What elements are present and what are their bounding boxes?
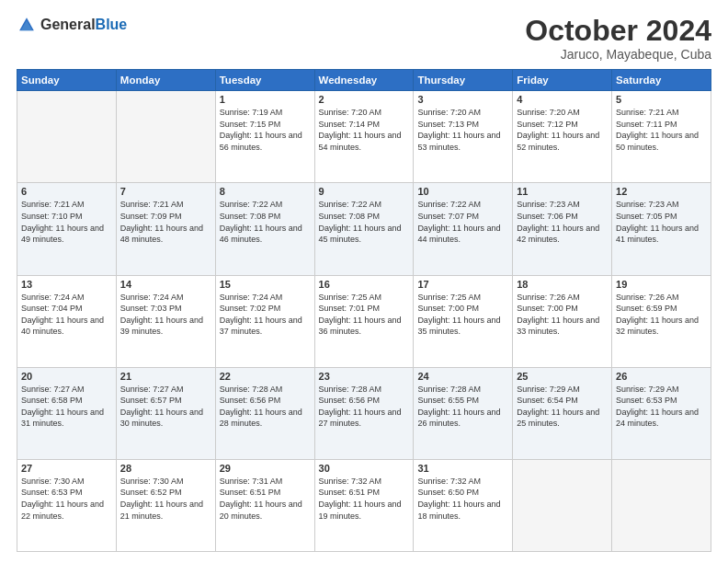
- day-info: Sunrise: 7:32 AM Sunset: 6:51 PM Dayligh…: [319, 476, 410, 522]
- calendar-week-row: 13Sunrise: 7:24 AM Sunset: 7:04 PM Dayli…: [17, 275, 711, 367]
- day-info: Sunrise: 7:21 AM Sunset: 7:10 PM Dayligh…: [21, 199, 112, 245]
- day-info: Sunrise: 7:21 AM Sunset: 7:11 PM Dayligh…: [616, 107, 707, 153]
- logo-general: General: [40, 17, 96, 32]
- header-tuesday: Tuesday: [215, 70, 314, 91]
- day-number: 22: [220, 371, 311, 382]
- calendar-week-row: 20Sunrise: 7:27 AM Sunset: 6:58 PM Dayli…: [17, 367, 711, 459]
- day-info: Sunrise: 7:26 AM Sunset: 6:59 PM Dayligh…: [616, 292, 707, 338]
- logo-text: GeneralBlue: [40, 17, 127, 33]
- day-number: 11: [517, 186, 608, 197]
- title-area: October 2024 Jaruco, Mayabeque, Cuba: [525, 15, 711, 62]
- month-title: October 2024: [525, 15, 711, 47]
- logo-blue: Blue: [96, 17, 128, 32]
- table-row: 29Sunrise: 7:31 AM Sunset: 6:51 PM Dayli…: [215, 459, 314, 551]
- table-row: [612, 459, 711, 551]
- table-row: 1Sunrise: 7:19 AM Sunset: 7:15 PM Daylig…: [215, 91, 314, 183]
- day-info: Sunrise: 7:22 AM Sunset: 7:07 PM Dayligh…: [417, 199, 508, 245]
- day-info: Sunrise: 7:31 AM Sunset: 6:51 PM Dayligh…: [220, 476, 311, 522]
- day-number: 16: [319, 279, 410, 290]
- table-row: [17, 91, 117, 183]
- table-row: 13Sunrise: 7:24 AM Sunset: 7:04 PM Dayli…: [17, 275, 117, 367]
- day-info: Sunrise: 7:32 AM Sunset: 6:50 PM Dayligh…: [417, 476, 508, 522]
- header-friday: Friday: [513, 70, 612, 91]
- day-number: 2: [319, 94, 410, 105]
- day-number: 15: [220, 279, 311, 290]
- table-row: 25Sunrise: 7:29 AM Sunset: 6:54 PM Dayli…: [513, 367, 612, 459]
- table-row: 6Sunrise: 7:21 AM Sunset: 7:10 PM Daylig…: [17, 183, 117, 275]
- day-number: 20: [21, 371, 112, 382]
- day-info: Sunrise: 7:28 AM Sunset: 6:56 PM Dayligh…: [319, 384, 410, 430]
- day-number: 18: [517, 279, 608, 290]
- day-info: Sunrise: 7:19 AM Sunset: 7:15 PM Dayligh…: [220, 107, 311, 153]
- day-number: 13: [21, 279, 112, 290]
- table-row: 11Sunrise: 7:23 AM Sunset: 7:06 PM Dayli…: [513, 183, 612, 275]
- day-info: Sunrise: 7:23 AM Sunset: 7:06 PM Dayligh…: [517, 199, 608, 245]
- day-info: Sunrise: 7:23 AM Sunset: 7:05 PM Dayligh…: [616, 199, 707, 245]
- table-row: 23Sunrise: 7:28 AM Sunset: 6:56 PM Dayli…: [314, 367, 414, 459]
- table-row: 10Sunrise: 7:22 AM Sunset: 7:07 PM Dayli…: [414, 183, 513, 275]
- table-row: 21Sunrise: 7:27 AM Sunset: 6:57 PM Dayli…: [116, 367, 215, 459]
- table-row: 18Sunrise: 7:26 AM Sunset: 7:00 PM Dayli…: [513, 275, 612, 367]
- day-info: Sunrise: 7:29 AM Sunset: 6:54 PM Dayligh…: [517, 384, 608, 430]
- day-number: 24: [417, 371, 508, 382]
- day-info: Sunrise: 7:20 AM Sunset: 7:12 PM Dayligh…: [517, 107, 608, 153]
- table-row: 8Sunrise: 7:22 AM Sunset: 7:08 PM Daylig…: [215, 183, 314, 275]
- day-number: 9: [319, 186, 410, 197]
- table-row: [116, 91, 215, 183]
- header-thursday: Thursday: [414, 70, 513, 91]
- table-row: 20Sunrise: 7:27 AM Sunset: 6:58 PM Dayli…: [17, 367, 117, 459]
- day-info: Sunrise: 7:27 AM Sunset: 6:57 PM Dayligh…: [120, 384, 211, 430]
- day-info: Sunrise: 7:28 AM Sunset: 6:56 PM Dayligh…: [220, 384, 311, 430]
- calendar-table: Sunday Monday Tuesday Wednesday Thursday…: [17, 69, 711, 552]
- day-info: Sunrise: 7:29 AM Sunset: 6:53 PM Dayligh…: [616, 384, 707, 430]
- day-number: 31: [417, 463, 508, 474]
- day-info: Sunrise: 7:28 AM Sunset: 6:55 PM Dayligh…: [417, 384, 508, 430]
- location: Jaruco, Mayabeque, Cuba: [525, 47, 711, 62]
- table-row: 22Sunrise: 7:28 AM Sunset: 6:56 PM Dayli…: [215, 367, 314, 459]
- day-info: Sunrise: 7:22 AM Sunset: 7:08 PM Dayligh…: [220, 199, 311, 245]
- table-row: 24Sunrise: 7:28 AM Sunset: 6:55 PM Dayli…: [414, 367, 513, 459]
- header-saturday: Saturday: [612, 70, 711, 91]
- header-sunday: Sunday: [17, 70, 117, 91]
- table-row: 4Sunrise: 7:20 AM Sunset: 7:12 PM Daylig…: [513, 91, 612, 183]
- table-row: 16Sunrise: 7:25 AM Sunset: 7:01 PM Dayli…: [314, 275, 414, 367]
- day-info: Sunrise: 7:24 AM Sunset: 7:02 PM Dayligh…: [220, 292, 311, 338]
- day-info: Sunrise: 7:21 AM Sunset: 7:09 PM Dayligh…: [120, 199, 211, 245]
- logo-icon: [17, 15, 37, 35]
- day-info: Sunrise: 7:30 AM Sunset: 6:52 PM Dayligh…: [120, 476, 211, 522]
- table-row: 31Sunrise: 7:32 AM Sunset: 6:50 PM Dayli…: [414, 459, 513, 551]
- day-number: 23: [319, 371, 410, 382]
- day-info: Sunrise: 7:26 AM Sunset: 7:00 PM Dayligh…: [517, 292, 608, 338]
- day-info: Sunrise: 7:24 AM Sunset: 7:03 PM Dayligh…: [120, 292, 211, 338]
- table-row: 27Sunrise: 7:30 AM Sunset: 6:53 PM Dayli…: [17, 459, 117, 551]
- header: GeneralBlue October 2024 Jaruco, Mayabeq…: [17, 15, 711, 62]
- table-row: 17Sunrise: 7:25 AM Sunset: 7:00 PM Dayli…: [414, 275, 513, 367]
- table-row: 14Sunrise: 7:24 AM Sunset: 7:03 PM Dayli…: [116, 275, 215, 367]
- table-row: 7Sunrise: 7:21 AM Sunset: 7:09 PM Daylig…: [116, 183, 215, 275]
- header-monday: Monday: [116, 70, 215, 91]
- day-info: Sunrise: 7:22 AM Sunset: 7:08 PM Dayligh…: [319, 199, 410, 245]
- day-number: 14: [120, 279, 211, 290]
- day-info: Sunrise: 7:24 AM Sunset: 7:04 PM Dayligh…: [21, 292, 112, 338]
- day-number: 29: [220, 463, 311, 474]
- day-info: Sunrise: 7:25 AM Sunset: 7:00 PM Dayligh…: [417, 292, 508, 338]
- table-row: 5Sunrise: 7:21 AM Sunset: 7:11 PM Daylig…: [612, 91, 711, 183]
- day-number: 5: [616, 94, 707, 105]
- calendar-week-row: 1Sunrise: 7:19 AM Sunset: 7:15 PM Daylig…: [17, 91, 711, 183]
- day-info: Sunrise: 7:20 AM Sunset: 7:14 PM Dayligh…: [319, 107, 410, 153]
- day-number: 30: [319, 463, 410, 474]
- day-info: Sunrise: 7:20 AM Sunset: 7:13 PM Dayligh…: [417, 107, 508, 153]
- day-info: Sunrise: 7:27 AM Sunset: 6:58 PM Dayligh…: [21, 384, 112, 430]
- day-number: 28: [120, 463, 211, 474]
- day-number: 10: [417, 186, 508, 197]
- weekday-header-row: Sunday Monday Tuesday Wednesday Thursday…: [17, 70, 711, 91]
- logo: GeneralBlue: [17, 15, 127, 35]
- day-number: 4: [517, 94, 608, 105]
- day-number: 1: [220, 94, 311, 105]
- calendar-week-row: 27Sunrise: 7:30 AM Sunset: 6:53 PM Dayli…: [17, 459, 711, 551]
- table-row: 9Sunrise: 7:22 AM Sunset: 7:08 PM Daylig…: [314, 183, 414, 275]
- calendar-week-row: 6Sunrise: 7:21 AM Sunset: 7:10 PM Daylig…: [17, 183, 711, 275]
- day-number: 17: [417, 279, 508, 290]
- header-wednesday: Wednesday: [314, 70, 414, 91]
- day-number: 6: [21, 186, 112, 197]
